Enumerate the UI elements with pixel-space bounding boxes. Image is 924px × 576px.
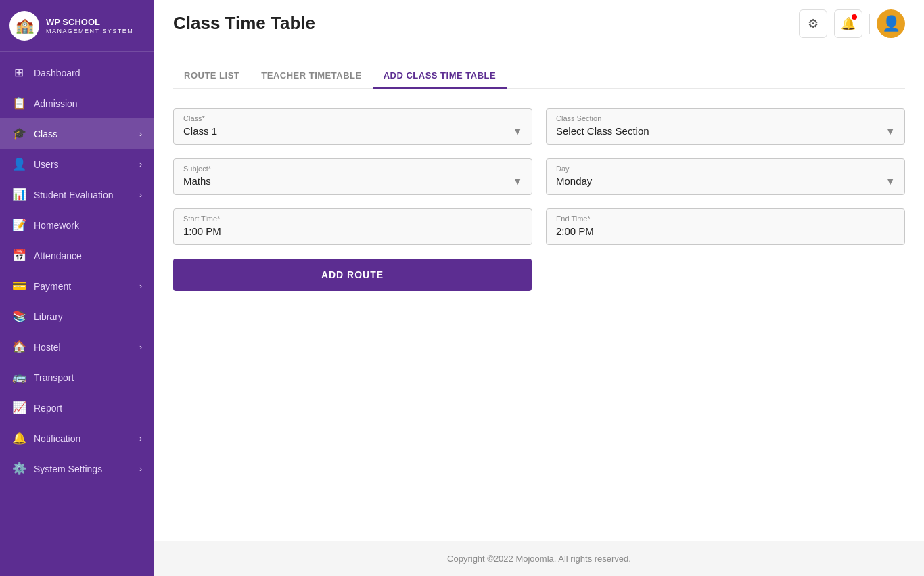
class-field: Class* Class 1 Class 2 Class 3 Class 4 C… xyxy=(173,108,532,145)
chevron-right-icon: › xyxy=(139,190,142,200)
chevron-right-icon: › xyxy=(139,434,142,443)
start-time-label: Start Time* xyxy=(183,215,522,223)
sidebar-item-class[interactable]: 🎓 Class › xyxy=(0,118,154,149)
sidebar-label-homework: Homework xyxy=(34,220,79,231)
footer-text: Copyright ©2022 Mojoomla. All rights res… xyxy=(447,554,631,564)
chevron-right-icon: › xyxy=(139,342,142,352)
sidebar-label-class: Class xyxy=(34,129,57,139)
chevron-right-icon: › xyxy=(139,282,142,291)
notification-badge xyxy=(852,14,857,20)
class-icon: 🎓 xyxy=(12,127,26,141)
sidebar-nav: ⊞ Dashboard 📋 Admission 🎓 Class › 👤 User… xyxy=(0,52,154,576)
class-label: Class* xyxy=(183,114,522,123)
transport-icon: 🚌 xyxy=(12,370,26,384)
class-section-label: Class Section xyxy=(556,114,895,123)
sidebar-label-notification: Notification xyxy=(34,433,80,444)
sidebar-item-report[interactable]: 📈 Report xyxy=(0,393,154,423)
chevron-right-icon: › xyxy=(139,129,142,139)
sidebar-item-payment[interactable]: 💳 Payment › xyxy=(0,271,154,301)
header-divider xyxy=(869,14,870,34)
sidebar-label-users: Users xyxy=(34,159,59,170)
end-time-label: End Time* xyxy=(556,215,895,223)
logo[interactable]: 🏫 WP SCHOOL MANAGEMENT SYSTEM xyxy=(0,0,154,52)
day-select[interactable]: Monday Tuesday Wednesday Thursday Friday xyxy=(556,175,895,187)
settings-button[interactable]: ⚙ xyxy=(799,9,827,38)
tab-add-class-timetable[interactable]: ADD CLASS TIME TABLE xyxy=(373,64,507,89)
sidebar-item-transport[interactable]: 🚌 Transport xyxy=(0,362,154,393)
sidebar-item-attendance[interactable]: 📅 Attendance xyxy=(0,240,154,271)
payment-icon: 💳 xyxy=(12,279,26,293)
system-settings-icon: ⚙️ xyxy=(12,462,26,476)
class-section-select[interactable]: Select Class Section Section A Section B xyxy=(556,125,895,137)
day-select-wrapper: Monday Tuesday Wednesday Thursday Friday… xyxy=(556,175,895,187)
sidebar-item-library[interactable]: 📚 Library xyxy=(0,301,154,332)
users-icon: 👤 xyxy=(12,157,26,171)
sidebar-label-library: Library xyxy=(34,311,63,322)
sidebar-label-attendance: Attendance xyxy=(34,250,82,261)
tabs: ROUTE LISTTEACHER TIMETABLEADD CLASS TIM… xyxy=(173,64,905,89)
subject-select-wrapper: Maths Science English History ▼ xyxy=(183,175,522,187)
dashboard-icon: ⊞ xyxy=(12,66,26,80)
sidebar-label-admission: Admission xyxy=(34,98,78,109)
notification-button[interactable]: 🔔 xyxy=(834,9,862,38)
sidebar-label-system-settings: System Settings xyxy=(34,464,102,474)
sidebar-label-student-evaluation: Student Evaluation xyxy=(34,190,114,200)
sidebar-item-student-evaluation[interactable]: 📊 Student Evaluation › xyxy=(0,179,154,210)
report-icon: 📈 xyxy=(12,401,26,415)
subject-field: Subject* Maths Science English History ▼ xyxy=(173,158,532,195)
notification-icon: 🔔 xyxy=(12,431,26,445)
start-time-input[interactable] xyxy=(183,225,522,237)
start-time-field: Start Time* xyxy=(173,208,532,245)
sidebar-item-system-settings[interactable]: ⚙️ System Settings › xyxy=(0,453,154,484)
class-select[interactable]: Class 1 Class 2 Class 3 Class 4 Class 5 xyxy=(183,125,522,137)
end-time-input[interactable] xyxy=(556,225,895,237)
sidebar-item-admission[interactable]: 📋 Admission xyxy=(0,88,154,118)
day-label: Day xyxy=(556,164,895,173)
header-actions: ⚙ 🔔 👤 xyxy=(799,9,905,38)
sidebar-label-dashboard: Dashboard xyxy=(34,68,80,79)
page-title: Class Time Table xyxy=(173,13,315,34)
logo-icon: 🏫 xyxy=(9,11,39,41)
subject-select[interactable]: Maths Science English History xyxy=(183,175,522,187)
sidebar-label-report: Report xyxy=(34,403,62,414)
sidebar-item-notification[interactable]: 🔔 Notification › xyxy=(0,423,154,453)
sidebar: 🏫 WP SCHOOL MANAGEMENT SYSTEM ⊞ Dashboar… xyxy=(0,0,154,576)
avatar-icon: 👤 xyxy=(882,15,900,32)
day-field: Day Monday Tuesday Wednesday Thursday Fr… xyxy=(546,158,905,195)
sidebar-item-users[interactable]: 👤 Users › xyxy=(0,149,154,179)
gear-icon: ⚙ xyxy=(808,16,818,31)
sidebar-label-transport: Transport xyxy=(34,372,74,383)
user-avatar-button[interactable]: 👤 xyxy=(877,9,905,38)
hostel-icon: 🏠 xyxy=(12,340,26,354)
form-grid: Class* Class 1 Class 2 Class 3 Class 4 C… xyxy=(173,108,905,245)
sidebar-label-hostel: Hostel xyxy=(34,342,61,353)
admission-icon: 📋 xyxy=(12,96,26,110)
app-name: WP SCHOOL xyxy=(46,17,133,28)
sidebar-item-hostel[interactable]: 🏠 Hostel › xyxy=(0,332,154,362)
end-time-field: End Time* xyxy=(546,208,905,245)
class-section-select-wrapper: Select Class Section Section A Section B… xyxy=(556,125,895,137)
sidebar-item-homework[interactable]: 📝 Homework xyxy=(0,210,154,240)
sidebar-label-payment: Payment xyxy=(34,281,71,292)
main-area: Class Time Table ⚙ 🔔 👤 ROUTE LISTTE xyxy=(154,0,924,576)
main-content: ROUTE LISTTEACHER TIMETABLEADD CLASS TIM… xyxy=(154,47,924,541)
student-evaluation-icon: 📊 xyxy=(12,187,26,202)
footer: Copyright ©2022 Mojoomla. All rights res… xyxy=(154,541,924,576)
class-section-field: Class Section Select Class Section Secti… xyxy=(546,108,905,145)
sidebar-item-dashboard[interactable]: ⊞ Dashboard xyxy=(0,58,154,88)
attendance-icon: 📅 xyxy=(12,248,26,263)
tab-teacher-timetable[interactable]: TEACHER TIMETABLE xyxy=(250,64,372,89)
chevron-right-icon: › xyxy=(139,160,142,169)
subject-label: Subject* xyxy=(183,164,522,173)
chevron-right-icon: › xyxy=(139,464,142,474)
library-icon: 📚 xyxy=(12,309,26,324)
add-route-button[interactable]: ADD ROUTE xyxy=(173,259,532,291)
app-sub: MANAGEMENT SYSTEM xyxy=(46,28,133,35)
tab-route-list[interactable]: ROUTE LIST xyxy=(173,64,250,89)
class-select-wrapper: Class 1 Class 2 Class 3 Class 4 Class 5 … xyxy=(183,125,522,137)
header: Class Time Table ⚙ 🔔 👤 xyxy=(154,0,924,47)
homework-icon: 📝 xyxy=(12,218,26,232)
